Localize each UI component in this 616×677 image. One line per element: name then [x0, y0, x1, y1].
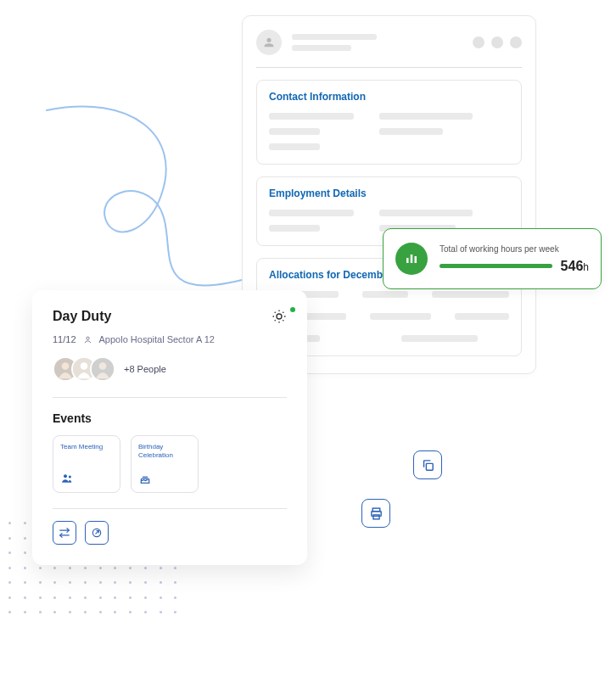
duty-location: Appolo Hospital Sector A 12 — [99, 334, 215, 344]
share-button[interactable] — [85, 521, 109, 545]
skeleton-line — [362, 291, 408, 298]
status-dot — [290, 307, 295, 312]
skeleton-line — [269, 143, 320, 150]
duty-card: Day Duty 11/12 Appolo Hospital Sector A … — [32, 290, 307, 565]
swap-button[interactable] — [53, 521, 76, 545]
section-title-contact: Contact Information — [269, 91, 509, 103]
events-row: Team Meeting Birthday Celebration — [53, 435, 287, 509]
svg-rect-2 — [415, 256, 417, 263]
printer-icon — [369, 506, 384, 521]
svg-line-10 — [275, 320, 276, 321]
event-label: Team Meeting — [60, 443, 113, 451]
svg-rect-0 — [406, 258, 409, 263]
event-team-meeting[interactable]: Team Meeting — [53, 435, 120, 493]
skeleton-line — [379, 113, 473, 120]
skeleton-line — [269, 225, 320, 232]
chart-icon — [395, 243, 428, 275]
more-people-label: +8 People — [124, 364, 166, 374]
skeleton-line — [292, 34, 377, 40]
day-status — [272, 309, 287, 327]
svg-point-16 — [81, 362, 88, 370]
svg-point-19 — [64, 474, 67, 478]
svg-line-7 — [283, 320, 283, 321]
person-icon — [83, 335, 92, 344]
svg-point-3 — [277, 314, 282, 319]
svg-rect-28 — [426, 463, 433, 470]
svg-rect-1 — [411, 255, 413, 263]
stat-label: Total of working hours per week — [440, 244, 589, 254]
cake-icon — [138, 472, 152, 485]
people-icon — [60, 472, 74, 485]
event-birthday[interactable]: Birthday Celebration — [131, 435, 199, 493]
stat-progress-bar — [440, 264, 552, 268]
svg-line-6 — [275, 312, 276, 313]
copy-icon — [421, 458, 435, 473]
skeleton-line — [432, 291, 509, 298]
skeleton-line — [269, 113, 354, 120]
avatar-stack — [53, 356, 115, 382]
avatar-icon — [256, 30, 282, 55]
profile-header — [256, 30, 522, 68]
stat-value: 546h — [561, 259, 589, 274]
sun-icon — [272, 309, 287, 324]
svg-point-12 — [86, 337, 88, 339]
skeleton-line — [269, 128, 320, 135]
skeleton-line — [455, 313, 509, 320]
skeleton-line — [269, 210, 354, 216]
duty-title: Day Duty — [53, 309, 111, 324]
skeleton-line — [401, 335, 478, 342]
header-actions-placeholder — [473, 36, 522, 48]
events-heading: Events — [53, 411, 287, 425]
skeleton-line — [379, 210, 473, 216]
skeleton-line — [370, 313, 432, 320]
section-title-employment: Employment Details — [269, 187, 509, 199]
copy-button[interactable] — [413, 450, 442, 479]
skeleton-line — [379, 128, 443, 135]
working-hours-stat: Total of working hours per week 546h — [383, 228, 602, 289]
svg-point-20 — [69, 475, 71, 478]
svg-point-14 — [62, 362, 70, 370]
skeleton-line — [292, 45, 351, 51]
duty-date: 11/12 — [53, 334, 76, 344]
svg-line-11 — [283, 312, 283, 313]
avatar — [90, 356, 115, 382]
swap-icon — [59, 527, 70, 539]
event-label: Birthday Celebration — [138, 443, 191, 461]
contact-section: Contact Information — [256, 80, 522, 165]
print-button[interactable] — [361, 499, 390, 528]
decorative-squiggle — [30, 85, 267, 305]
svg-point-18 — [99, 362, 107, 370]
external-icon — [91, 527, 103, 539]
